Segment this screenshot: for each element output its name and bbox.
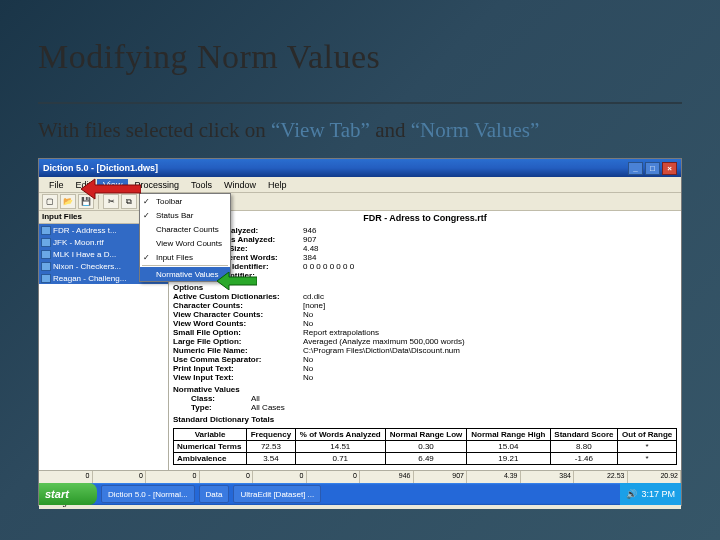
- table-row: Numerical Terms72.5314.510.3015.048.80*: [174, 441, 677, 453]
- svg-marker-0: [81, 179, 141, 199]
- subtitle-text-2: and: [370, 118, 411, 142]
- grid-cell: 20.92: [628, 471, 682, 483]
- subtitle-accent-1: “View Tab”: [271, 118, 370, 142]
- green-arrow-icon: [217, 272, 257, 290]
- option-value: C:\Program Files\Diction\Data\Discount.n…: [303, 346, 460, 355]
- option-value: Averaged (Analyze maximum 500,000 words): [303, 337, 465, 346]
- system-tray[interactable]: 🔊 3:17 PM: [620, 483, 681, 505]
- file-name: Nixon - Checkers...: [53, 262, 121, 271]
- close-button[interactable]: ×: [662, 162, 677, 175]
- dd-inputfiles[interactable]: ✓Input Files: [140, 250, 230, 264]
- workspace: Input Files FDR - Address t... JFK - Moo…: [39, 211, 681, 470]
- table-header: % of Words Analyzed: [295, 429, 385, 441]
- dd-label: Normative Values: [156, 270, 219, 279]
- taskbar-label: Diction 5.0 - [Normal...: [108, 490, 188, 499]
- dd-charcounts[interactable]: Character Counts: [140, 222, 230, 236]
- meta-row: Alpha-Numeric Identifier:0 0 0 0 0 0 0 0: [173, 262, 677, 271]
- table-cell: 6.49: [385, 453, 466, 465]
- table-cell: 8.80: [550, 441, 618, 453]
- table-cell: 72.53: [247, 441, 296, 453]
- grid-cell: 0: [39, 471, 93, 483]
- taskbar-item[interactable]: Diction 5.0 - [Normal...: [101, 485, 195, 503]
- tray-icon[interactable]: 🔊: [626, 489, 637, 499]
- grid-cell: 907: [414, 471, 468, 483]
- option-row: View Character Counts:No: [173, 310, 677, 319]
- start-button[interactable]: start: [39, 483, 97, 505]
- slide: Modifying Norm Values With files selecte…: [0, 0, 720, 540]
- option-value: No: [303, 319, 313, 328]
- svg-marker-1: [217, 272, 257, 290]
- option-key: Use Comma Separator:: [173, 355, 303, 364]
- dd-toolbar[interactable]: ✓Toolbar: [140, 194, 230, 208]
- table-cell: 15.04: [467, 441, 550, 453]
- option-key: Character Counts:: [173, 301, 303, 310]
- norm-heading: Normative Values: [173, 385, 677, 394]
- dd-label: Status Bar: [156, 211, 193, 220]
- meta-value: 384: [303, 253, 316, 262]
- file-icon: [41, 226, 51, 235]
- table-header: Out of Range: [618, 429, 677, 441]
- grid-cell: 946: [360, 471, 414, 483]
- option-value: No: [303, 310, 313, 319]
- option-value: Report extrapolations: [303, 328, 379, 337]
- option-key: Numeric File Name:: [173, 346, 303, 355]
- grid-cell: 0: [307, 471, 361, 483]
- dd-label: View Word Counts: [156, 239, 222, 248]
- dd-statusbar[interactable]: ✓Status Bar: [140, 208, 230, 222]
- file-icon: [41, 250, 51, 259]
- meta-value: 4.48: [303, 244, 319, 253]
- norm-row: Class:All: [191, 394, 677, 403]
- minimize-button[interactable]: _: [628, 162, 643, 175]
- table-cell: -1.46: [550, 453, 618, 465]
- option-key: Large File Option:: [173, 337, 303, 346]
- new-icon[interactable]: ▢: [42, 194, 58, 209]
- option-key: View Character Counts:: [173, 310, 303, 319]
- app-window: Diction 5.0 - [Diction1.dws] _ □ × File …: [38, 158, 682, 506]
- taskbar-label: Data: [206, 490, 223, 499]
- option-value: cd.dic: [303, 292, 324, 301]
- table-header: Variable: [174, 429, 247, 441]
- dd-label: Character Counts: [156, 225, 219, 234]
- norm-row: Type:All Cases: [191, 403, 677, 412]
- table-cell: Numerical Terms: [174, 441, 247, 453]
- option-key: Active Custom Dictionaries:: [173, 292, 303, 301]
- window-title: Diction 5.0 - [Diction1.dws]: [43, 163, 158, 173]
- dd-wordcounts[interactable]: View Word Counts: [140, 236, 230, 250]
- taskbar: start Diction 5.0 - [Normal... Data Ultr…: [39, 483, 681, 505]
- grid-cell: 0: [253, 471, 307, 483]
- table-header: Standard Score: [550, 429, 618, 441]
- file-name: JFK - Moon.rtf: [53, 238, 104, 247]
- file-icon: [41, 274, 51, 283]
- menu-help[interactable]: Help: [262, 179, 293, 191]
- option-row: Active Custom Dictionaries:cd.dic: [173, 292, 677, 301]
- table-header: Frequency: [247, 429, 296, 441]
- option-row: Large File Option:Averaged (Analyze maxi…: [173, 337, 677, 346]
- option-row: Numeric File Name:C:\Program Files\Dicti…: [173, 346, 677, 355]
- meta-row: Average Word Size:4.48: [173, 244, 677, 253]
- option-value: [none]: [303, 301, 325, 310]
- dd-label: Toolbar: [156, 197, 182, 206]
- menu-tools[interactable]: Tools: [185, 179, 218, 191]
- taskbar-item[interactable]: Data: [199, 485, 230, 503]
- table-cell: 3.54: [247, 453, 296, 465]
- grid-cell: 0: [200, 471, 254, 483]
- menu-file[interactable]: File: [43, 179, 70, 191]
- open-icon[interactable]: 📂: [60, 194, 76, 209]
- maximize-button[interactable]: □: [645, 162, 660, 175]
- file-icon: [41, 238, 51, 247]
- meta-row: Total Characters Analyzed:907: [173, 235, 677, 244]
- table-cell: 0.71: [295, 453, 385, 465]
- titlebar[interactable]: Diction 5.0 - [Diction1.dws] _ □ ×: [39, 159, 681, 177]
- content-title: FDR - Adress to Congress.rtf: [173, 213, 677, 223]
- option-row: View Input Text:No: [173, 373, 677, 382]
- grid-cell: 4.39: [467, 471, 521, 483]
- dd-label: Input Files: [156, 253, 193, 262]
- grid-cell: 22.53: [574, 471, 628, 483]
- taskbar-item[interactable]: UltraEdit [Dataset] ...: [233, 485, 321, 503]
- table-row: Ambivalence3.540.716.4919.21-1.46*: [174, 453, 677, 465]
- table-cell: *: [618, 441, 677, 453]
- table-cell: 19.21: [467, 453, 550, 465]
- menu-window[interactable]: Window: [218, 179, 262, 191]
- norm-key: Type:: [191, 403, 251, 412]
- meta-value: 907: [303, 235, 316, 244]
